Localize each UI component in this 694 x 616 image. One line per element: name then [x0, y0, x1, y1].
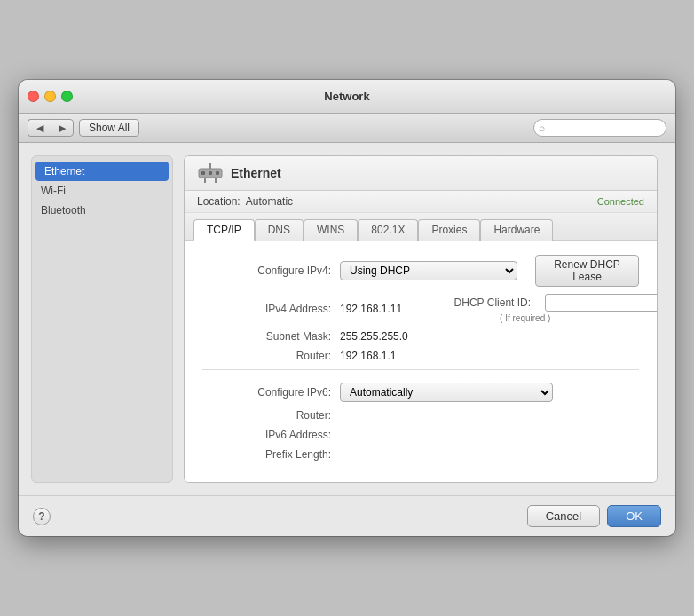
- svg-rect-1: [201, 171, 205, 175]
- configure-ipv4-select[interactable]: Using DHCP Manually Off: [340, 261, 517, 280]
- configure-ipv6-select[interactable]: Automatically Off Manually: [340, 383, 553, 402]
- panel-title: Ethernet: [231, 166, 281, 180]
- search-box: ⌕: [533, 119, 666, 137]
- configure-ipv4-row: Configure IPv4: Using DHCP Manually Off …: [202, 255, 639, 287]
- main-panel: Ethernet Location: Automatic Connected T…: [184, 155, 658, 483]
- cancel-button[interactable]: Cancel: [527, 505, 600, 527]
- dhcp-client-id-label: DHCP Client ID:: [402, 296, 540, 309]
- configure-ipv6-row: Configure IPv6: Automatically Off Manual…: [202, 383, 639, 402]
- ipv4-address-label: IPv4 Address:: [202, 303, 340, 315]
- forward-button[interactable]: ▶: [51, 119, 74, 137]
- sidebar: Ethernet Wi-Fi Bluetooth: [31, 155, 173, 483]
- ethernet-icon: [197, 163, 224, 183]
- if-required-label: ( If required ): [500, 313, 550, 323]
- subnet-mask-row: Subnet Mask: 255.255.255.0: [202, 330, 639, 343]
- show-all-button[interactable]: Show All: [79, 119, 139, 137]
- ipv4-address-value: 192.168.1.11: [340, 303, 402, 315]
- tab-proxies[interactable]: Proxies: [418, 219, 480, 241]
- traffic-lights: [28, 91, 73, 102]
- prefix-length-label: Prefix Length:: [202, 448, 340, 461]
- tab-tcpip[interactable]: TCP/IP: [193, 219, 255, 241]
- ipv6-router-label: Router:: [202, 409, 340, 422]
- panel-header: Ethernet: [185, 156, 657, 191]
- dhcp-client-id-input[interactable]: [545, 294, 658, 312]
- help-button[interactable]: ?: [33, 508, 51, 525]
- tab-8021x[interactable]: 802.1X: [358, 219, 418, 241]
- titlebar: Network: [19, 80, 675, 114]
- subnet-mask-value: 255.255.255.0: [340, 330, 408, 343]
- ipv6-address-label: IPv6 Address:: [202, 429, 340, 441]
- prefix-length-row: Prefix Length:: [202, 448, 639, 461]
- configure-ipv4-label: Configure IPv4:: [202, 265, 340, 277]
- window-title: Network: [324, 90, 369, 103]
- search-icon: ⌕: [539, 122, 545, 134]
- tabs-bar: TCP/IP DNS WINS 802.1X Proxies Hardware: [185, 213, 657, 241]
- nav-button-group: ◀ ▶: [28, 119, 74, 137]
- location-value: Automatic: [246, 195, 293, 208]
- router-value: 192.168.1.1: [340, 350, 396, 362]
- location-bar: Location: Automatic Connected: [185, 191, 657, 213]
- router-label: Router:: [202, 350, 340, 362]
- tab-dns[interactable]: DNS: [255, 219, 304, 241]
- section-divider: [202, 369, 639, 370]
- maximize-button[interactable]: [61, 91, 73, 102]
- ipv6-address-row: IPv6 Address:: [202, 429, 639, 441]
- configure-ipv6-label: Configure IPv6:: [202, 386, 340, 399]
- panel-body: Configure IPv4: Using DHCP Manually Off …: [185, 241, 657, 482]
- search-input[interactable]: [533, 119, 666, 137]
- sidebar-item-ethernet[interactable]: Ethernet: [35, 162, 169, 181]
- router-row: Router: 192.168.1.1: [202, 350, 639, 362]
- back-button[interactable]: ◀: [28, 119, 51, 137]
- minimize-button[interactable]: [44, 91, 56, 102]
- close-button[interactable]: [28, 91, 39, 102]
- svg-rect-2: [209, 171, 212, 175]
- bottom-actions: Cancel OK: [527, 505, 661, 527]
- toolbar: ◀ ▶ Show All ⌕: [19, 114, 675, 143]
- sidebar-list: Ethernet Wi-Fi Bluetooth: [32, 156, 172, 225]
- renew-dhcp-button[interactable]: Renew DHCP Lease: [535, 255, 639, 287]
- subnet-mask-label: Subnet Mask:: [202, 330, 340, 343]
- ok-button[interactable]: OK: [607, 505, 661, 527]
- network-window: Network ◀ ▶ Show All ⌕ Ethernet Wi-Fi Bl…: [19, 80, 675, 536]
- tab-hardware[interactable]: Hardware: [480, 219, 553, 241]
- status-text: Connected: [597, 196, 644, 207]
- tab-wins[interactable]: WINS: [304, 219, 358, 241]
- svg-rect-3: [216, 171, 219, 175]
- content-area: Ethernet Wi-Fi Bluetooth: [19, 143, 675, 495]
- location-label: Location:: [197, 195, 241, 208]
- ipv4-address-row: IPv4 Address: 192.168.1.11 DHCP Client I…: [202, 294, 639, 323]
- sidebar-item-bluetooth[interactable]: Bluetooth: [32, 201, 172, 220]
- bottom-bar: ? Cancel OK: [19, 495, 675, 536]
- sidebar-item-wifi[interactable]: Wi-Fi: [32, 181, 172, 201]
- ipv6-router-row: Router:: [202, 409, 639, 422]
